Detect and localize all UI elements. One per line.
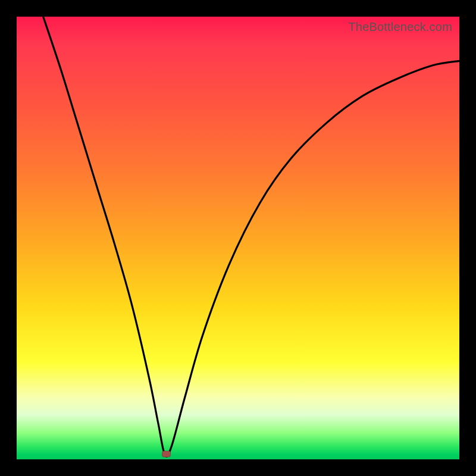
bottleneck-curve xyxy=(17,17,459,459)
chart-frame: TheBottleneck.com xyxy=(0,0,476,476)
plot-area: TheBottleneck.com xyxy=(17,17,459,459)
minimum-marker xyxy=(162,451,171,457)
curve-path xyxy=(43,17,459,456)
